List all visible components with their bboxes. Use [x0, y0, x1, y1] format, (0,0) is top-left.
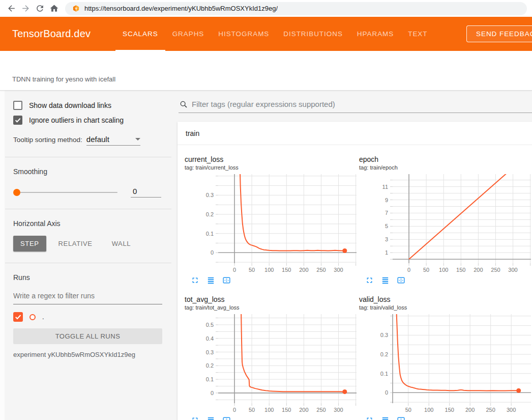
chart-title: valid_loss [359, 295, 532, 304]
svg-text:50: 50 [423, 267, 429, 273]
fullscreen-icon[interactable] [191, 416, 199, 420]
chart-actions [359, 273, 532, 288]
chart-valid-loss: valid_loss tag: train/valid_loss 5010015… [359, 295, 532, 420]
svg-text:0: 0 [233, 267, 236, 273]
svg-text:7: 7 [385, 210, 388, 216]
svg-text:0.3: 0.3 [206, 349, 214, 355]
horizontal-axis-section: Horizontal Axis STEP RELATIVE WALL [5, 209, 171, 263]
fullscreen-icon[interactable] [191, 276, 199, 285]
slider-thumb[interactable] [13, 189, 20, 196]
chart-actions [359, 413, 532, 420]
tab-text[interactable]: TEXT [401, 17, 434, 51]
svg-text:0.2: 0.2 [206, 362, 214, 369]
toggle-y-axis-icon[interactable] [381, 276, 390, 285]
toggle-all-runs-button[interactable]: TOGGLE ALL RUNS [13, 328, 162, 344]
svg-text:0.2: 0.2 [380, 351, 388, 357]
forward-icon[interactable] [18, 2, 33, 16]
chevron-down-icon [135, 138, 140, 141]
send-feedback-button[interactable]: SEND FEEDBACK [466, 25, 532, 42]
line-chart-canvas[interactable]: 5010015020025030000.10.20.3 [359, 312, 532, 413]
line-chart-canvas[interactable]: 05010015020025030000.10.20.3 [185, 172, 358, 273]
svg-text:0.2: 0.2 [206, 211, 214, 217]
tab-hparams[interactable]: HPARAMS [350, 17, 401, 51]
svg-text:300: 300 [334, 407, 343, 413]
svg-text:150: 150 [445, 407, 454, 413]
horizontal-axis-label: Horizontal Axis [13, 219, 162, 228]
svg-text:0: 0 [211, 390, 214, 396]
tab-scalars[interactable]: SCALARS [115, 17, 165, 51]
chart-epoch: epoch tag: train/epoch 05010015020025030… [359, 155, 532, 288]
fit-domain-icon[interactable] [397, 276, 405, 285]
toggle-y-axis-icon[interactable] [381, 416, 390, 420]
tensorboard-favicon [72, 5, 80, 12]
tab-histograms[interactable]: HISTOGRAMS [211, 17, 276, 51]
experiment-subheader: TDNN training for yesno with icefall [0, 51, 532, 91]
general-settings-section: Show data download links Ignore outliers… [5, 91, 171, 157]
chart-tag: tag: train/tot_avg_loss [185, 304, 358, 311]
svg-text:100: 100 [439, 267, 448, 273]
chart-title: current_loss [185, 155, 358, 164]
app-header: TensorBoard.dev SCALARS GRAPHS HISTOGRAM… [0, 17, 532, 51]
run-checkbox-checked-icon[interactable] [13, 312, 23, 322]
svg-text:200: 200 [299, 267, 308, 273]
back-icon[interactable] [4, 2, 18, 16]
fit-domain-icon[interactable] [222, 276, 231, 285]
checkbox-label: Show data download links [29, 101, 111, 109]
svg-text:50: 50 [249, 407, 255, 413]
checkbox-checked-icon[interactable] [13, 116, 22, 125]
svg-text:250: 250 [486, 407, 495, 413]
chart-actions [185, 273, 358, 288]
run-row[interactable]: . [13, 312, 162, 322]
line-chart-canvas[interactable]: 0501001502002503001357911 [359, 172, 532, 273]
smoothing-slider[interactable] [13, 192, 117, 193]
browser-toolbar: https://tensorboard.dev/experiment/yKUbh… [0, 0, 532, 17]
chart-tag: tag: train/valid_loss [359, 304, 532, 311]
fit-domain-icon[interactable] [222, 416, 231, 420]
address-bar[interactable]: https://tensorboard.dev/experiment/yKUbh… [65, 2, 527, 15]
section-header-train[interactable]: train [178, 122, 532, 145]
svg-text:0: 0 [385, 389, 388, 396]
experiment-id-label: experiment yKUbhb5wRmOSXYkId1z9eg [13, 351, 162, 358]
fit-domain-icon[interactable] [397, 416, 405, 420]
svg-text:0.1: 0.1 [206, 231, 214, 237]
settings-sidebar: Show data download links Ignore outliers… [0, 91, 171, 420]
show-download-links-checkbox-row[interactable]: Show data download links [13, 101, 162, 110]
line-chart-canvas[interactable]: 05010015020025030000.10.20.30.40.5 [185, 312, 358, 413]
run-color-swatch-icon[interactable] [29, 314, 36, 320]
svg-text:150: 150 [456, 267, 465, 273]
reload-icon[interactable] [33, 2, 47, 16]
fullscreen-icon[interactable] [365, 276, 374, 285]
axis-step-button[interactable]: STEP [13, 236, 46, 251]
svg-text:300: 300 [334, 267, 343, 273]
runs-filter-input[interactable] [13, 289, 162, 304]
svg-text:0: 0 [233, 407, 236, 413]
svg-text:0: 0 [211, 249, 214, 256]
svg-text:1: 1 [385, 249, 388, 256]
checkbox-unchecked-icon[interactable] [13, 101, 22, 110]
home-icon[interactable] [47, 2, 61, 16]
svg-text:250: 250 [316, 407, 326, 413]
svg-text:150: 150 [282, 407, 291, 413]
toggle-y-axis-icon[interactable] [206, 276, 215, 285]
axis-wall-button[interactable]: WALL [105, 236, 138, 251]
svg-text:150: 150 [282, 267, 291, 273]
chart-actions [185, 413, 358, 420]
smoothing-value-input[interactable]: 0 [131, 187, 161, 198]
filter-tags-input[interactable] [192, 100, 532, 108]
axis-relative-button[interactable]: RELATIVE [51, 236, 100, 251]
tab-graphs[interactable]: GRAPHS [165, 17, 212, 51]
ignore-outliers-checkbox-row[interactable]: Ignore outliers in chart scaling [13, 116, 162, 125]
chart-tot-avg-loss: tot_avg_loss tag: train/tot_avg_loss 050… [185, 295, 358, 420]
runs-label: Runs [13, 273, 162, 282]
tooltip-sorting-label: Tooltip sorting method: [13, 136, 82, 144]
fullscreen-icon[interactable] [365, 416, 374, 420]
tooltip-sorting-value: default [86, 135, 109, 144]
tab-distributions[interactable]: DISTRIBUTIONS [276, 17, 350, 51]
tooltip-sorting-select[interactable]: default [86, 135, 140, 146]
svg-text:200: 200 [465, 407, 475, 413]
chart-title: epoch [359, 155, 532, 164]
chart-tag: tag: train/epoch [359, 164, 532, 171]
run-name: . [42, 313, 44, 321]
chart-title: tot_avg_loss [185, 295, 358, 304]
toggle-y-axis-icon[interactable] [206, 416, 215, 420]
